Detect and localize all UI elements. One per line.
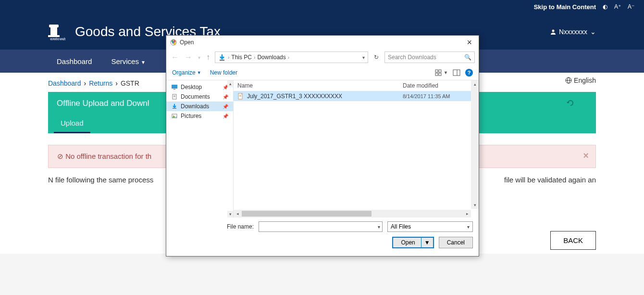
sidebar-desktop[interactable]: Desktop📌 — [166, 82, 233, 92]
dialog-title: Open — [180, 39, 194, 46]
filename-label: File name: — [172, 223, 254, 230]
dialog-nav: ← → ▾ ↑ › This PC › Downloads › ▾ ↻ Sear… — [166, 49, 479, 65]
font-decrease[interactable]: A⁻ — [628, 3, 634, 10]
dialog-footer: File name: ▾ All Files▾ Open▼ Cancel — [166, 218, 479, 256]
cancel-button[interactable]: Cancel — [439, 237, 473, 248]
breadcrumb-returns[interactable]: Returns — [89, 79, 112, 87]
download-arrow-icon — [218, 53, 226, 61]
user-icon — [550, 29, 556, 35]
username: Nxxxxxxx — [559, 28, 587, 36]
open-button[interactable]: Open▼ — [392, 237, 433, 248]
svg-rect-10 — [439, 73, 441, 76]
view-mode[interactable]: ▼ — [435, 69, 448, 76]
folder-sidebar: ▴ Desktop📌 Documents📌 Downloads📌 Picture… — [166, 80, 234, 218]
file-open-dialog: Open × ← → ▾ ↑ › This PC › Downloads › ▾… — [166, 35, 479, 257]
dialog-close[interactable]: × — [464, 38, 475, 48]
pictures-icon — [171, 113, 178, 119]
refresh-icon[interactable] — [566, 99, 575, 110]
filetype-select[interactable]: All Files▾ — [387, 221, 473, 232]
file-row[interactable]: July_2017_GSTR1_3 XXXXXXXXXX 8/14/2017 1… — [234, 91, 479, 101]
font-increase[interactable]: A⁺ — [614, 3, 621, 10]
svg-point-20 — [173, 115, 174, 116]
address-refresh[interactable]: ↻ — [372, 54, 381, 61]
nav-dashboard[interactable]: Dashboard — [48, 51, 100, 72]
language-selector[interactable]: English — [565, 77, 596, 84]
svg-rect-14 — [173, 89, 175, 90]
horizontal-scrollbar[interactable]: ◂▸ — [234, 210, 471, 218]
svg-rect-9 — [435, 73, 438, 76]
globe-icon — [565, 77, 572, 84]
preview-pane[interactable] — [453, 69, 460, 76]
svg-rect-11 — [453, 70, 460, 76]
dialog-body: ▴ Desktop📌 Documents📌 Downloads📌 Picture… — [166, 80, 479, 218]
alert-close[interactable]: × — [583, 150, 589, 161]
organize-menu[interactable]: Organize ▼ — [172, 69, 201, 76]
col-name: Name — [237, 82, 403, 89]
breadcrumb-current: GSTR — [121, 79, 139, 87]
search-box[interactable]: Search Downloads 🔍 — [384, 51, 475, 63]
chrome-icon — [170, 39, 177, 46]
back-button[interactable]: BACK — [550, 231, 596, 250]
sidebar-downloads[interactable]: Downloads📌 — [166, 102, 233, 111]
chevron-down-icon: ⌄ — [590, 28, 596, 36]
dialog-titlebar: Open × — [166, 36, 479, 49]
file-icon — [237, 93, 244, 100]
col-date: Date modified — [403, 82, 475, 89]
nav-services[interactable]: Services ▼ — [102, 51, 154, 72]
help-icon[interactable]: ? — [465, 69, 473, 77]
warning-icon: ⊘ — [57, 152, 63, 160]
filename-input[interactable]: ▾ — [259, 221, 383, 232]
file-list: Name Date modified July_2017_GSTR1_3 XXX… — [234, 80, 479, 218]
national-emblem: सत्यमेव जयते — [48, 20, 67, 44]
search-icon: 🔍 — [464, 54, 471, 61]
utility-bar: Skip to Main Content ◐ A⁺ A⁻ — [0, 0, 644, 13]
nav-up[interactable]: ↑ — [205, 53, 211, 62]
vertical-scrollbar[interactable]: ▴▾ — [471, 80, 479, 209]
skip-link[interactable]: Skip to Main Content — [534, 3, 596, 11]
caret-down-icon: ▼ — [141, 60, 146, 65]
contrast-toggle[interactable]: ◐ — [603, 3, 607, 10]
column-headers[interactable]: Name Date modified — [234, 80, 479, 91]
svg-rect-7 — [435, 70, 438, 72]
breadcrumb-dashboard[interactable]: Dashboard — [48, 79, 81, 87]
sidebar-pictures[interactable]: Pictures📌 — [166, 111, 233, 121]
documents-icon — [171, 94, 178, 100]
sidebar-documents[interactable]: Documents📌 — [166, 92, 233, 102]
nav-forward[interactable]: → — [184, 53, 193, 62]
nav-back[interactable]: ← — [170, 53, 180, 62]
dialog-toolbar: Organize ▼ New folder ▼ ? — [166, 65, 479, 80]
user-menu[interactable]: Nxxxxxxx ⌄ — [550, 28, 596, 36]
svg-point-0 — [552, 29, 554, 32]
svg-rect-8 — [439, 70, 441, 72]
address-bar[interactable]: › This PC › Downloads › ▾ — [215, 51, 368, 63]
svg-rect-13 — [172, 85, 177, 89]
tab-upload[interactable]: Upload — [54, 115, 90, 133]
desktop-icon — [171, 84, 178, 90]
sidebar-scroll-up[interactable]: ▴ — [227, 80, 233, 87]
open-split[interactable]: ▼ — [421, 238, 433, 247]
sidebar-scroll-down[interactable]: ▾ — [227, 211, 233, 218]
downloads-icon — [171, 103, 178, 109]
new-folder[interactable]: New folder — [210, 69, 237, 76]
nav-recent[interactable]: ▾ — [197, 55, 201, 60]
